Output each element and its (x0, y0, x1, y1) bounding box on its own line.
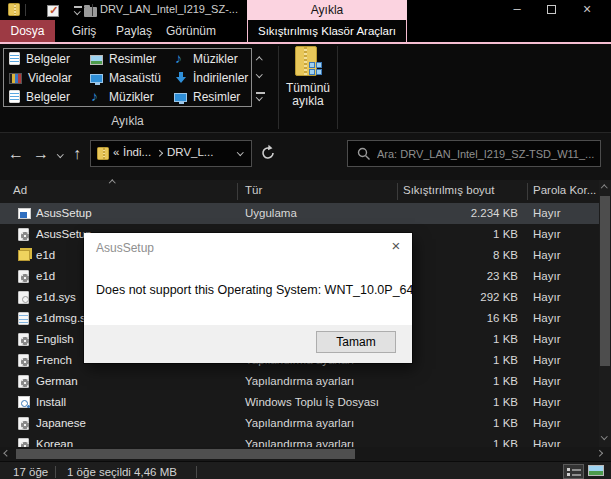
extract-all-button[interactable]: Tümünü ayıkla (282, 46, 334, 128)
back-icon[interactable]: ← (8, 146, 24, 162)
table-row[interactable]: Install Windows Toplu İş Dosyası 1 KB Ha… (0, 392, 599, 413)
file-password: Hayır (533, 375, 560, 387)
file-size: 1 KB (493, 417, 518, 429)
table-row[interactable]: German Yapılandırma ayarları 1 KB Hayır (0, 371, 599, 392)
refresh-icon[interactable] (258, 143, 278, 163)
music-icon (90, 90, 103, 104)
table-row[interactable]: Korean Yapılandırma ayarları 1 KB Hayır (0, 434, 599, 447)
title-bar: DRV_LAN_Intel_I219_SZ-... Ayıkla – × (0, 0, 611, 20)
tab-share[interactable]: Paylaş (108, 20, 160, 42)
file-password: Hayır (533, 249, 560, 261)
details-view-button[interactable] (563, 464, 584, 479)
gallery-scroll-up-icon[interactable] (256, 57, 262, 63)
gallery-scroll-down-icon[interactable] (256, 71, 262, 77)
minimize-button[interactable]: – (506, 0, 528, 20)
extract-grid-icon (309, 69, 315, 75)
column-divider[interactable] (397, 183, 398, 200)
horizontal-scrollbar[interactable] (0, 447, 611, 461)
monitor-picture-icon (174, 93, 187, 102)
file-password: Hayır (533, 228, 560, 240)
file-name: e1d (36, 249, 55, 261)
maximize-button[interactable] (540, 0, 562, 20)
zip-folder-icon (8, 3, 20, 16)
divider (196, 466, 197, 478)
file-size: 1 KB (493, 228, 518, 240)
breadcrumb-current-folder[interactable]: DRV_L... (167, 146, 213, 158)
gallery-item-pictures[interactable]: Resimler (169, 87, 251, 106)
qat-customize-icon[interactable] (74, 6, 82, 8)
tab-view[interactable]: Görünüm (162, 20, 220, 42)
gallery-item-music[interactable]: Müzikler (85, 87, 169, 106)
column-header-name[interactable]: Ad (13, 184, 27, 196)
maximize-icon (547, 5, 556, 14)
gallery-item-pictures[interactable]: Resimler (85, 49, 169, 68)
gallery-item-label: Videolar (28, 71, 72, 85)
gallery-item-videos[interactable]: Videolar (4, 68, 85, 87)
tab-file[interactable]: Dosya (0, 20, 55, 42)
ok-button[interactable]: Tamam (316, 331, 396, 353)
config-file-icon (18, 417, 29, 430)
scroll-right-icon[interactable] (596, 450, 602, 456)
gallery-item-documents[interactable]: Belgeler (4, 49, 85, 68)
search-box[interactable] (347, 140, 601, 167)
gallery-item-music[interactable]: Müzikler (169, 49, 251, 68)
file-size: 1 KB (493, 396, 518, 408)
vertical-scrollbar[interactable] (599, 180, 611, 447)
horizontal-scrollbar-thumb[interactable] (16, 449, 355, 459)
up-icon[interactable]: ↑ (73, 146, 81, 162)
gallery-more-icon[interactable] (256, 92, 265, 94)
properties-check-icon[interactable] (47, 5, 59, 17)
column-header-size[interactable]: Sıkıştırılmış boyut (403, 184, 494, 196)
breadcrumb-downloads[interactable]: İndi... (123, 146, 151, 158)
breadcrumb-overflow[interactable]: « (113, 146, 119, 158)
scroll-up-icon[interactable] (601, 185, 607, 191)
dialog-close-icon[interactable]: × (384, 235, 408, 257)
thumbnail-view-button[interactable] (586, 464, 607, 479)
gallery-item-downloads[interactable]: İndirilenler (169, 68, 251, 87)
file-name: French (36, 354, 72, 366)
gallery-more-chevron-icon[interactable] (256, 94, 262, 100)
config-file-icon (18, 375, 29, 388)
column-divider[interactable] (527, 183, 528, 200)
selection-summary: 1 öğe seçildi 4,46 MB (67, 466, 177, 478)
extract-all-label: Tümünü ayıkla (282, 82, 334, 108)
gallery-item-documents[interactable]: Belgeler (4, 87, 85, 106)
text-file-icon (18, 312, 29, 325)
new-folder-icon[interactable] (84, 7, 97, 17)
tab-compressed-folder-tools[interactable]: Sıkıştırılmış Klasör Araçları (247, 20, 407, 42)
file-name: Japanese (36, 417, 86, 429)
config-file-icon (18, 354, 29, 367)
gallery-item-desktop[interactable]: Masaüstü (85, 68, 169, 87)
scroll-left-icon[interactable] (4, 450, 10, 456)
forward-icon[interactable]: → (33, 146, 49, 162)
gallery-item-label: Müzikler (109, 90, 154, 104)
scroll-down-icon[interactable] (601, 433, 607, 439)
column-header-type[interactable]: Tür (245, 184, 262, 196)
sort-ascending-icon (109, 180, 115, 186)
extract-grid-icon (316, 69, 322, 75)
file-type: Windows Toplu İş Dosyası (245, 396, 379, 408)
table-row[interactable]: AsusSetup Uygulama 2.234 KB Hayır (0, 203, 599, 224)
file-name: AsusSetup (36, 207, 92, 219)
address-box[interactable]: « İndi... DRV_L... (90, 140, 252, 167)
breadcrumb-separator-icon[interactable] (156, 150, 162, 156)
system-file-icon (18, 291, 29, 304)
close-button[interactable]: × (576, 0, 598, 20)
vertical-scrollbar-thumb[interactable] (600, 196, 610, 366)
address-dropdown-icon[interactable] (237, 149, 243, 155)
file-password: Hayır (533, 333, 560, 345)
extract-to-gallery: Belgeler Resimler Müzikler Videolar Masa… (3, 48, 252, 107)
tab-home[interactable]: Giriş (60, 20, 108, 42)
column-divider[interactable] (237, 183, 238, 200)
column-header-password[interactable]: Parola Kor... (533, 184, 596, 196)
config-file-icon (18, 228, 29, 241)
details-view-icon (572, 474, 581, 476)
recent-locations-icon[interactable] (57, 151, 63, 157)
file-name: e1d.sys (36, 291, 76, 303)
table-row[interactable]: Japanese Yapılandırma ayarları 1 KB Hayı… (0, 413, 599, 434)
chevron-down-icon[interactable] (74, 8, 80, 14)
search-input[interactable] (377, 141, 597, 166)
file-size: 1 KB (493, 333, 518, 345)
zip-folder-icon (97, 147, 109, 160)
zipper-icon (304, 47, 307, 75)
